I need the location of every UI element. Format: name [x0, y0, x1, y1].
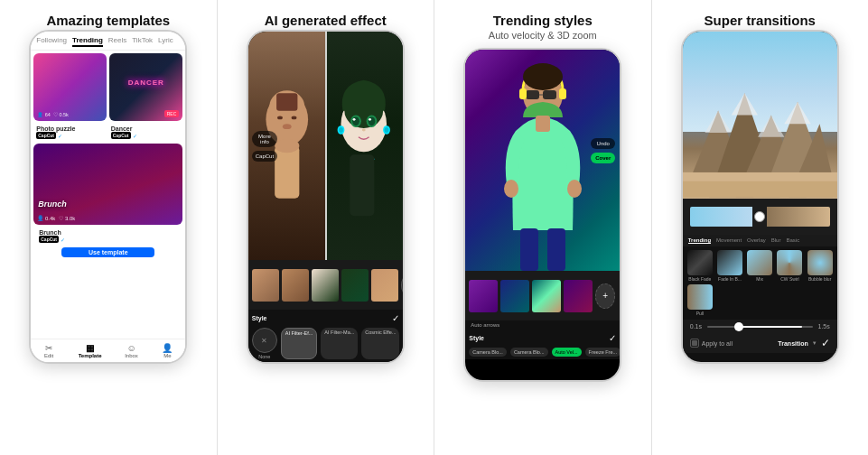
dancer-creator: CapCut✓ [108, 132, 183, 141]
phone-4: Trending Movement Overlay Blur Basic Bla… [681, 30, 839, 364]
duration-thumb[interactable] [734, 322, 743, 331]
apply-checkbox[interactable] [690, 339, 699, 348]
add-clip-btn[interactable]: + [401, 273, 403, 298]
p3-check-icon[interactable]: ✓ [609, 333, 616, 343]
p2-split-view: Moreinfo CapCut [248, 32, 403, 260]
capcut-badge: CapCut [36, 132, 56, 139]
nav-inbox[interactable]: ☺ Inbox [125, 343, 138, 358]
panel-super-transitions: Super transitions [652, 0, 869, 455]
style-chip-cosmic[interactable]: Cosmic Effe... [361, 328, 399, 359]
transition-cw-swirl[interactable]: CW Swirl [776, 250, 803, 282]
p2-style-chips: ✕ None AI Filter-Ef... AI Filter-Ma... C… [248, 325, 403, 362]
style-none-chip[interactable]: ✕ None [252, 328, 277, 359]
panel-amazing-templates: Amazing templates Following Trending Ree… [0, 0, 218, 455]
nav-me[interactable]: 👤 Me [161, 343, 173, 358]
svg-rect-6 [275, 146, 299, 199]
p3-style-chips: Camera Blo... Camera Blo... Auto Vel... … [465, 345, 620, 359]
transition-black-fade[interactable]: Black Fade [686, 250, 714, 282]
p1-card-labels-row1: Photo puzzle CapCut✓ Dancer CapCut✓ [31, 124, 185, 141]
template-icon: ▦ [84, 343, 97, 352]
main-container: Amazing templates Following Trending Ree… [0, 0, 868, 455]
p4-tab-blur[interactable]: Blur [771, 237, 781, 244]
tab-tiktok[interactable]: TikTok [132, 36, 153, 47]
svg-point-30 [523, 63, 563, 90]
p3-add-btn[interactable]: + [595, 283, 615, 309]
transition-fade-in-b[interactable]: Fade In B... [716, 250, 743, 282]
tab-following[interactable]: Following [36, 36, 67, 47]
p4-tab-trending[interactable]: Trending [688, 237, 711, 244]
transition-bubble-blur[interactable]: Bubble blur [807, 250, 834, 282]
p4-transition-grid: Black Fade Fade In B... Mix CW Swirl Bub… [683, 246, 837, 320]
anime-face-svg [325, 32, 403, 260]
fade-in-b-label: Fade In B... [718, 276, 742, 282]
p3-thumb-3 [532, 280, 561, 312]
person-svg [493, 59, 593, 271]
duration-end: 1.5s [818, 323, 830, 330]
p4-transition-handle[interactable] [754, 211, 765, 222]
brunch-label: Brunch [36, 228, 180, 236]
p4-tab-basic[interactable]: Basic [786, 237, 799, 244]
svg-rect-26 [543, 90, 556, 99]
template-card-brunch[interactable]: Brunch 👤 0.4k♡ 3.0k [33, 144, 182, 225]
tab-reels[interactable]: Reels [108, 36, 126, 47]
svg-point-12 [353, 118, 356, 121]
bubble-blur-img [807, 250, 833, 275]
duration-slider[interactable] [707, 326, 813, 328]
panel-trending-styles: Trending styles Auto velocity & 3D zoom [434, 0, 652, 455]
svg-point-20 [339, 127, 343, 133]
p3-style-label: Style [469, 335, 484, 341]
more-info-btn[interactable]: Moreinfo [252, 131, 277, 147]
p3-chip-freeze[interactable]: Freeze Fre... [585, 348, 621, 357]
capcut-btn[interactable]: CapCut [252, 151, 277, 162]
undo-btn[interactable]: Undo [591, 138, 615, 149]
cover-btn[interactable]: Cover [591, 153, 615, 163]
transition-pull[interactable]: Pull [686, 284, 714, 316]
style-chip-ai-filter-ma[interactable]: AI Filter-Ma... [321, 328, 358, 359]
tab-trending[interactable]: Trending [72, 36, 103, 47]
nav-edit[interactable]: ✂ Edit [42, 343, 55, 358]
me-icon: 👤 [161, 343, 173, 352]
tab-lyric[interactable]: Lyric [158, 36, 173, 47]
p4-check-icon[interactable]: ✓ [821, 337, 830, 349]
p3-timeline: + [465, 271, 620, 320]
p3-thumb-2 [500, 280, 529, 312]
p3-chip-autov[interactable]: Auto Vel... [552, 348, 582, 357]
p4-apply-row: Apply to all Transition ▼ ✓ [683, 333, 837, 353]
svg-point-22 [385, 127, 389, 133]
phone-3: Undo Cover + Auto arrows Style ✓ [463, 48, 621, 382]
photo-puzzle-label: Photo puzzle [33, 124, 108, 132]
use-template-button[interactable]: Use template [61, 247, 154, 257]
p1-card-photo-puzzle: Photo puzzle CapCut✓ [33, 124, 108, 141]
panel-1-title: Amazing templates [46, 13, 170, 28]
p2-check-icon[interactable]: ✓ [392, 313, 399, 323]
p4-tab-movement[interactable]: Movement [716, 237, 742, 244]
panel-ai-effect: AI generated effect [218, 0, 435, 455]
transition-dropdown-arrow[interactable]: ▼ [812, 340, 817, 346]
p1-full-card-wrapper: Brunch 👤 0.4k♡ 3.0k [31, 141, 185, 228]
p2-left-controls: Moreinfo CapCut [252, 131, 277, 162]
p4-track-left [690, 207, 753, 227]
transition-label-row: Transition ▼ ✓ [778, 337, 829, 349]
style-chip-ai-filter[interactable]: AI Filter-Ef... [281, 328, 318, 359]
panel-2-title: AI generated effect [265, 13, 387, 28]
p3-chip-camera1[interactable]: Camera Blo... [469, 348, 507, 357]
edit-icon: ✂ [42, 343, 55, 352]
nav-template[interactable]: ▦ Template [79, 343, 102, 358]
p3-chip-camera2[interactable]: Camera Blo... [510, 348, 548, 357]
mix-img [747, 250, 772, 275]
timeline-thumb-4 [341, 269, 369, 302]
p3-right-controls: Undo Cover [591, 138, 615, 163]
template-grid: 👤 64♡ 0.5k DANCER REC [31, 51, 185, 124]
transition-mix[interactable]: Mix [746, 250, 773, 282]
template-card-neon-img[interactable]: DANCER REC [109, 53, 182, 121]
p4-tab-overlay[interactable]: Overlay [747, 237, 766, 244]
template-card-dancer-img[interactable]: 👤 64♡ 0.5k [33, 53, 107, 121]
svg-marker-41 [705, 111, 731, 133]
p4-track-container [686, 207, 834, 227]
dancer-label: Dancer [108, 124, 183, 132]
mix-label: Mix [756, 276, 763, 282]
fade-in-b-img [717, 250, 742, 275]
p1-bottom-nav: ✂ Edit ▦ Template ☺ Inbox 👤 Me [31, 339, 185, 362]
svg-rect-28 [519, 88, 527, 99]
p4-main-image [683, 32, 837, 199]
